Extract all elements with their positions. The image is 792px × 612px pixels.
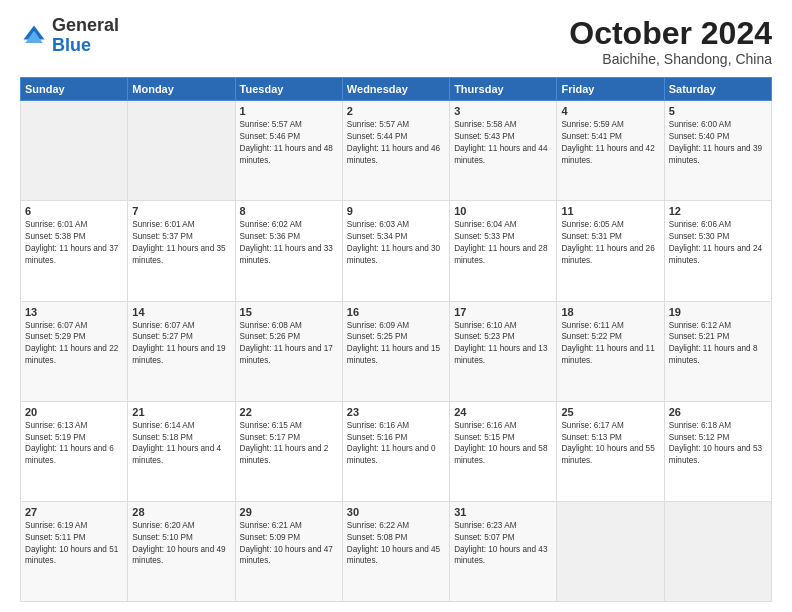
logo: General Blue bbox=[20, 16, 119, 56]
day-info: Sunrise: 6:07 AM Sunset: 5:27 PM Dayligh… bbox=[132, 320, 230, 368]
calendar-day-cell: 12Sunrise: 6:06 AM Sunset: 5:30 PM Dayli… bbox=[664, 201, 771, 301]
calendar-day-cell: 16Sunrise: 6:09 AM Sunset: 5:25 PM Dayli… bbox=[342, 301, 449, 401]
day-number: 6 bbox=[25, 205, 123, 217]
calendar-body: 1Sunrise: 5:57 AM Sunset: 5:46 PM Daylig… bbox=[21, 101, 772, 602]
day-info: Sunrise: 6:16 AM Sunset: 5:16 PM Dayligh… bbox=[347, 420, 445, 468]
calendar-day-cell: 31Sunrise: 6:23 AM Sunset: 5:07 PM Dayli… bbox=[450, 501, 557, 601]
calendar-day-cell: 14Sunrise: 6:07 AM Sunset: 5:27 PM Dayli… bbox=[128, 301, 235, 401]
calendar-day-cell bbox=[557, 501, 664, 601]
calendar-day-cell: 9Sunrise: 6:03 AM Sunset: 5:34 PM Daylig… bbox=[342, 201, 449, 301]
day-number: 28 bbox=[132, 506, 230, 518]
day-number: 11 bbox=[561, 205, 659, 217]
day-number: 29 bbox=[240, 506, 338, 518]
logo-text: General Blue bbox=[52, 16, 119, 56]
calendar-week-row: 27Sunrise: 6:19 AM Sunset: 5:11 PM Dayli… bbox=[21, 501, 772, 601]
title-area: October 2024 Baichihe, Shandong, China bbox=[569, 16, 772, 67]
day-number: 19 bbox=[669, 306, 767, 318]
calendar-day-cell: 23Sunrise: 6:16 AM Sunset: 5:16 PM Dayli… bbox=[342, 401, 449, 501]
calendar-day-cell: 27Sunrise: 6:19 AM Sunset: 5:11 PM Dayli… bbox=[21, 501, 128, 601]
day-number: 20 bbox=[25, 406, 123, 418]
calendar-day-cell: 19Sunrise: 6:12 AM Sunset: 5:21 PM Dayli… bbox=[664, 301, 771, 401]
day-info: Sunrise: 6:22 AM Sunset: 5:08 PM Dayligh… bbox=[347, 520, 445, 568]
day-number: 5 bbox=[669, 105, 767, 117]
calendar-day-cell: 20Sunrise: 6:13 AM Sunset: 5:19 PM Dayli… bbox=[21, 401, 128, 501]
calendar-week-row: 13Sunrise: 6:07 AM Sunset: 5:29 PM Dayli… bbox=[21, 301, 772, 401]
calendar-day-cell: 17Sunrise: 6:10 AM Sunset: 5:23 PM Dayli… bbox=[450, 301, 557, 401]
calendar-day-cell: 6Sunrise: 6:01 AM Sunset: 5:38 PM Daylig… bbox=[21, 201, 128, 301]
day-number: 9 bbox=[347, 205, 445, 217]
calendar-day-cell: 4Sunrise: 5:59 AM Sunset: 5:41 PM Daylig… bbox=[557, 101, 664, 201]
header: General Blue October 2024 Baichihe, Shan… bbox=[20, 16, 772, 67]
day-info: Sunrise: 6:01 AM Sunset: 5:37 PM Dayligh… bbox=[132, 219, 230, 267]
day-number: 27 bbox=[25, 506, 123, 518]
calendar-day-cell bbox=[21, 101, 128, 201]
day-number: 30 bbox=[347, 506, 445, 518]
day-info: Sunrise: 6:00 AM Sunset: 5:40 PM Dayligh… bbox=[669, 119, 767, 167]
calendar-day-cell: 24Sunrise: 6:16 AM Sunset: 5:15 PM Dayli… bbox=[450, 401, 557, 501]
day-info: Sunrise: 6:23 AM Sunset: 5:07 PM Dayligh… bbox=[454, 520, 552, 568]
calendar-day-cell bbox=[128, 101, 235, 201]
day-number: 10 bbox=[454, 205, 552, 217]
day-number: 24 bbox=[454, 406, 552, 418]
day-info: Sunrise: 6:05 AM Sunset: 5:31 PM Dayligh… bbox=[561, 219, 659, 267]
day-number: 2 bbox=[347, 105, 445, 117]
weekday-header: Saturday bbox=[664, 78, 771, 101]
day-info: Sunrise: 6:07 AM Sunset: 5:29 PM Dayligh… bbox=[25, 320, 123, 368]
page: General Blue October 2024 Baichihe, Shan… bbox=[0, 0, 792, 612]
day-info: Sunrise: 6:09 AM Sunset: 5:25 PM Dayligh… bbox=[347, 320, 445, 368]
day-number: 25 bbox=[561, 406, 659, 418]
day-number: 23 bbox=[347, 406, 445, 418]
day-number: 4 bbox=[561, 105, 659, 117]
weekday-row: SundayMondayTuesdayWednesdayThursdayFrid… bbox=[21, 78, 772, 101]
day-number: 21 bbox=[132, 406, 230, 418]
calendar-day-cell: 7Sunrise: 6:01 AM Sunset: 5:37 PM Daylig… bbox=[128, 201, 235, 301]
day-info: Sunrise: 6:08 AM Sunset: 5:26 PM Dayligh… bbox=[240, 320, 338, 368]
calendar-week-row: 1Sunrise: 5:57 AM Sunset: 5:46 PM Daylig… bbox=[21, 101, 772, 201]
calendar-day-cell: 2Sunrise: 5:57 AM Sunset: 5:44 PM Daylig… bbox=[342, 101, 449, 201]
day-number: 3 bbox=[454, 105, 552, 117]
day-info: Sunrise: 6:16 AM Sunset: 5:15 PM Dayligh… bbox=[454, 420, 552, 468]
day-number: 12 bbox=[669, 205, 767, 217]
weekday-header: Wednesday bbox=[342, 78, 449, 101]
day-number: 31 bbox=[454, 506, 552, 518]
location-subtitle: Baichihe, Shandong, China bbox=[569, 51, 772, 67]
day-info: Sunrise: 6:06 AM Sunset: 5:30 PM Dayligh… bbox=[669, 219, 767, 267]
day-number: 8 bbox=[240, 205, 338, 217]
day-info: Sunrise: 6:12 AM Sunset: 5:21 PM Dayligh… bbox=[669, 320, 767, 368]
calendar-day-cell: 21Sunrise: 6:14 AM Sunset: 5:18 PM Dayli… bbox=[128, 401, 235, 501]
day-number: 7 bbox=[132, 205, 230, 217]
day-info: Sunrise: 5:57 AM Sunset: 5:44 PM Dayligh… bbox=[347, 119, 445, 167]
day-number: 16 bbox=[347, 306, 445, 318]
calendar-day-cell: 29Sunrise: 6:21 AM Sunset: 5:09 PM Dayli… bbox=[235, 501, 342, 601]
logo-icon bbox=[20, 22, 48, 50]
calendar-day-cell: 8Sunrise: 6:02 AM Sunset: 5:36 PM Daylig… bbox=[235, 201, 342, 301]
weekday-header: Thursday bbox=[450, 78, 557, 101]
weekday-header: Sunday bbox=[21, 78, 128, 101]
day-info: Sunrise: 6:01 AM Sunset: 5:38 PM Dayligh… bbox=[25, 219, 123, 267]
logo-general-text: General bbox=[52, 15, 119, 35]
day-info: Sunrise: 6:15 AM Sunset: 5:17 PM Dayligh… bbox=[240, 420, 338, 468]
calendar-day-cell: 18Sunrise: 6:11 AM Sunset: 5:22 PM Dayli… bbox=[557, 301, 664, 401]
month-title: October 2024 bbox=[569, 16, 772, 51]
day-info: Sunrise: 6:18 AM Sunset: 5:12 PM Dayligh… bbox=[669, 420, 767, 468]
calendar-header: SundayMondayTuesdayWednesdayThursdayFrid… bbox=[21, 78, 772, 101]
day-info: Sunrise: 6:02 AM Sunset: 5:36 PM Dayligh… bbox=[240, 219, 338, 267]
calendar-day-cell: 13Sunrise: 6:07 AM Sunset: 5:29 PM Dayli… bbox=[21, 301, 128, 401]
calendar-day-cell: 3Sunrise: 5:58 AM Sunset: 5:43 PM Daylig… bbox=[450, 101, 557, 201]
day-info: Sunrise: 6:20 AM Sunset: 5:10 PM Dayligh… bbox=[132, 520, 230, 568]
logo-blue-text: Blue bbox=[52, 35, 91, 55]
day-info: Sunrise: 6:17 AM Sunset: 5:13 PM Dayligh… bbox=[561, 420, 659, 468]
calendar-day-cell: 25Sunrise: 6:17 AM Sunset: 5:13 PM Dayli… bbox=[557, 401, 664, 501]
calendar-week-row: 6Sunrise: 6:01 AM Sunset: 5:38 PM Daylig… bbox=[21, 201, 772, 301]
day-info: Sunrise: 6:19 AM Sunset: 5:11 PM Dayligh… bbox=[25, 520, 123, 568]
day-info: Sunrise: 6:04 AM Sunset: 5:33 PM Dayligh… bbox=[454, 219, 552, 267]
weekday-header: Monday bbox=[128, 78, 235, 101]
day-info: Sunrise: 6:03 AM Sunset: 5:34 PM Dayligh… bbox=[347, 219, 445, 267]
calendar-day-cell: 30Sunrise: 6:22 AM Sunset: 5:08 PM Dayli… bbox=[342, 501, 449, 601]
day-info: Sunrise: 6:11 AM Sunset: 5:22 PM Dayligh… bbox=[561, 320, 659, 368]
day-number: 26 bbox=[669, 406, 767, 418]
calendar-day-cell: 10Sunrise: 6:04 AM Sunset: 5:33 PM Dayli… bbox=[450, 201, 557, 301]
day-info: Sunrise: 5:57 AM Sunset: 5:46 PM Dayligh… bbox=[240, 119, 338, 167]
day-number: 13 bbox=[25, 306, 123, 318]
weekday-header: Tuesday bbox=[235, 78, 342, 101]
